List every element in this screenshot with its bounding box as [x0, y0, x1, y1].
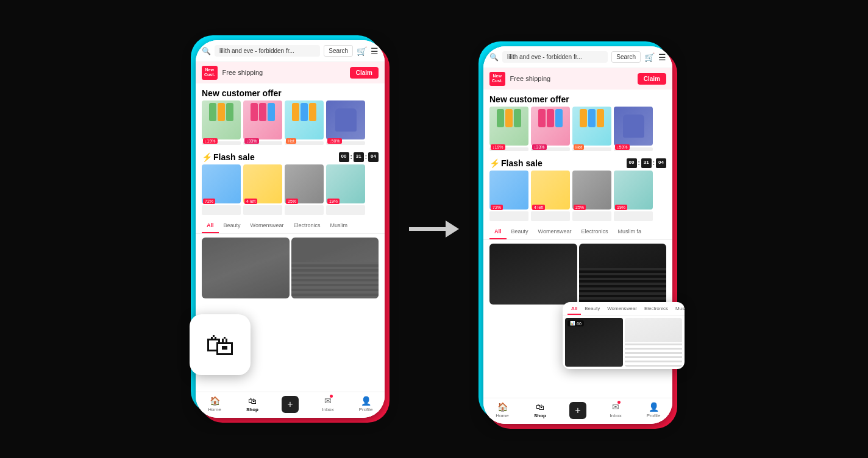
left-new-customer-products: ↓19% ↓33% — [196, 100, 385, 150]
plus-icon: + — [282, 396, 299, 413]
product-card[interactable]: Hot — [285, 100, 324, 145]
product-badge: ↓19% — [491, 144, 505, 150]
search-icon: 🔍 — [202, 47, 211, 55]
right-search-button[interactable]: Search — [611, 51, 641, 63]
right-cat-tab-womenswear[interactable]: Womenswear — [533, 228, 577, 239]
left-search-button[interactable]: Search — [324, 45, 353, 57]
right-free-shipping: Free shipping — [510, 75, 633, 82]
timer-sep-2: : — [365, 152, 367, 162]
right-product-bedsheet[interactable] — [579, 244, 667, 305]
left-search-input[interactable]: lilith and eve - forbidden fr... — [215, 45, 320, 57]
left-cart-icon[interactable]: 🛒 — [357, 46, 367, 56]
popup-tab-all[interactable]: All — [567, 306, 581, 315]
timer-seconds: 04 — [368, 152, 379, 162]
right-nav-home[interactable]: 🏠 Home — [483, 402, 521, 419]
flash-card[interactable]: 72% — [202, 164, 241, 215]
cat-tab-muslim[interactable]: Muslim — [325, 222, 352, 233]
nav-shop[interactable]: 🛍 Shop — [233, 396, 271, 413]
right-flash-sale-header: ⚡ Flash sale 00 : 31 : 04 — [483, 156, 672, 171]
flash-badge: 25% — [286, 199, 298, 204]
right-nav-shop[interactable]: 🛍 Shop — [521, 402, 559, 419]
popup-tab-beauty[interactable]: Beauty — [581, 306, 603, 315]
right-inbox-icon: ✉ — [612, 402, 619, 412]
cat-tab-beauty[interactable]: Beauty — [219, 222, 246, 233]
popup-image-fashion[interactable]: 📊 60 — [565, 318, 623, 367]
right-nav-profile[interactable]: 👤 Profile — [635, 402, 672, 419]
left-bottom-nav: 🏠 Home 🛍 Shop + ✉ Inbox 👤 — [196, 392, 385, 418]
right-timer-hours: 00 — [627, 158, 637, 168]
shop-icon: 🛍 — [248, 396, 257, 406]
arrow-container — [409, 220, 459, 238]
right-search-input[interactable]: lilith and eve - forbidden fr... — [502, 51, 608, 63]
right-new-customer-products: ↓19% ↓33% — [483, 107, 672, 156]
popup-tab-womenswear[interactable]: Womenswear — [603, 306, 641, 315]
right-popup-overlay: All Beauty Womenswear Electronics Muslim… — [563, 302, 685, 369]
right-cat-tab-beauty[interactable]: Beauty — [507, 228, 533, 239]
arrow-shaft — [409, 227, 446, 231]
right-search-icon: 🔍 — [489, 53, 499, 62]
flash-card[interactable]: 72% — [489, 171, 528, 221]
home-icon: 🏠 — [210, 396, 220, 406]
right-product-fashion[interactable] — [489, 244, 577, 305]
flash-card[interactable]: 19% — [614, 171, 653, 221]
product-card[interactable]: Hot — [572, 107, 611, 151]
product-card[interactable]: ↓50% — [614, 107, 653, 151]
left-free-shipping: Free shipping — [222, 69, 345, 76]
main-container: 🔍 lilith and eve - forbidden fr... Searc… — [0, 0, 868, 458]
nav-profile[interactable]: 👤 Profile — [347, 396, 385, 413]
flash-card[interactable]: 4 left — [531, 171, 570, 221]
left-claim-button[interactable]: Claim — [350, 67, 379, 79]
flash-card[interactable]: 19% — [326, 164, 365, 215]
shopping-bag-overlay: 🛍 — [190, 314, 251, 375]
right-new-customer-title: New customer offer — [483, 90, 672, 107]
flash-card[interactable]: 25% — [285, 164, 324, 215]
right-nav-inbox[interactable]: ✉ Inbox — [597, 402, 635, 419]
popup-tabs: All Beauty Womenswear Electronics Muslim… — [563, 302, 685, 315]
product-card[interactable]: ↓19% — [489, 107, 528, 151]
right-claim-button[interactable]: Claim — [638, 73, 666, 85]
left-menu-icon[interactable]: ☰ — [371, 46, 379, 56]
product-image-fashion[interactable] — [202, 238, 290, 298]
nav-home-label: Home — [208, 407, 221, 412]
nav-inbox[interactable]: ✉ Inbox — [309, 396, 347, 413]
flash-card[interactable]: 25% — [572, 171, 611, 221]
right-flash-products: 72% 4 left 25% 19% — [483, 171, 672, 225]
nav-shop-label: Shop — [246, 407, 258, 412]
left-promo-banner: NewCust. Free shipping Claim — [196, 62, 385, 83]
left-new-customer-title: New customer offer — [196, 83, 385, 100]
right-bottom-nav: 🏠 Home 🛍 Shop + ✉ Inbox 👤 — [483, 398, 672, 424]
right-timer-minutes: 31 — [641, 158, 652, 168]
right-nav-plus[interactable]: + — [559, 402, 597, 419]
product-image-bedsheet[interactable] — [291, 238, 379, 298]
left-search-bar: 🔍 lilith and eve - forbidden fr... Searc… — [196, 40, 385, 62]
product-badge: ↓50% — [615, 144, 630, 150]
lightning-icon: ⚡ — [202, 152, 212, 162]
right-shop-icon: 🛍 — [536, 402, 544, 412]
popup-tab-muslim[interactable]: Muslim fa — [672, 306, 685, 315]
timer-minutes: 31 — [354, 152, 364, 162]
right-cart-icon[interactable]: 🛒 — [644, 52, 655, 62]
right-menu-icon[interactable]: ☰ — [658, 52, 666, 62]
nav-plus[interactable]: + — [271, 396, 309, 413]
arrow-head — [446, 220, 459, 238]
views-badge: 📊 60 — [567, 320, 584, 326]
cat-tab-electronics[interactable]: Electronics — [288, 222, 325, 233]
product-card[interactable]: ↓19% — [202, 100, 241, 145]
flash-card[interactable]: 4 left — [243, 164, 282, 215]
right-flash-title: ⚡ Flash sale — [489, 158, 542, 168]
nav-home[interactable]: 🏠 Home — [196, 396, 233, 413]
product-card[interactable]: ↓50% — [326, 100, 365, 145]
product-card[interactable]: ↓33% — [243, 100, 282, 145]
popup-image-bedsheet[interactable] — [625, 318, 683, 367]
right-cat-tab-all[interactable]: All — [489, 228, 507, 239]
right-search-bar: 🔍 lilith and eve - forbidden fr... Searc… — [483, 46, 672, 68]
cat-tab-womenswear[interactable]: Womenswear — [246, 222, 289, 233]
right-home-icon: 🏠 — [497, 402, 508, 412]
product-card[interactable]: ↓33% — [531, 107, 570, 151]
inbox-icon: ✉ — [324, 396, 332, 406]
left-phone-wrapper: 🔍 lilith and eve - forbidden fr... Searc… — [196, 40, 385, 418]
right-cat-tab-electronics[interactable]: Electronics — [576, 228, 613, 239]
cat-tab-all[interactable]: All — [202, 222, 219, 233]
right-cat-tab-muslim[interactable]: Muslim fa — [613, 228, 646, 239]
popup-tab-electronics[interactable]: Electronics — [641, 306, 672, 315]
